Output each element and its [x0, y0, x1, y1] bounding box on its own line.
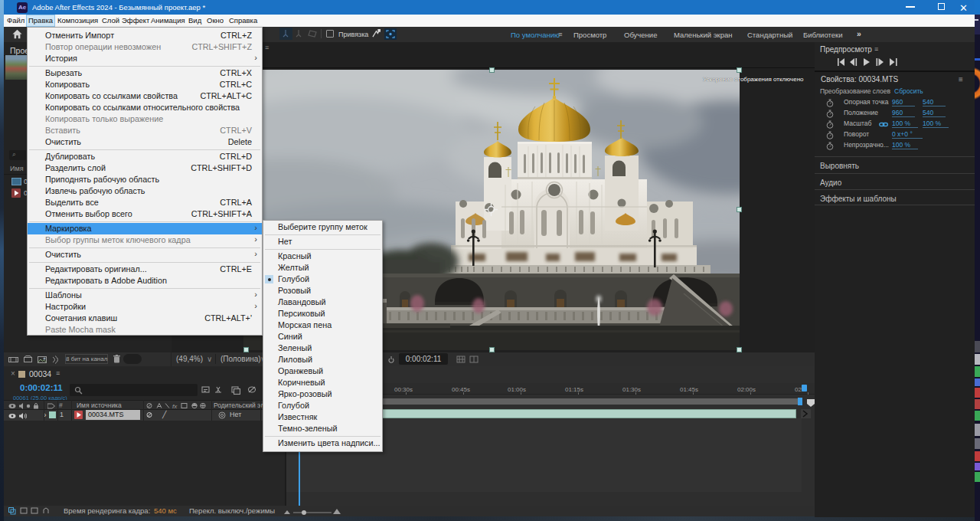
svg-text:fx: fx: [172, 403, 178, 409]
